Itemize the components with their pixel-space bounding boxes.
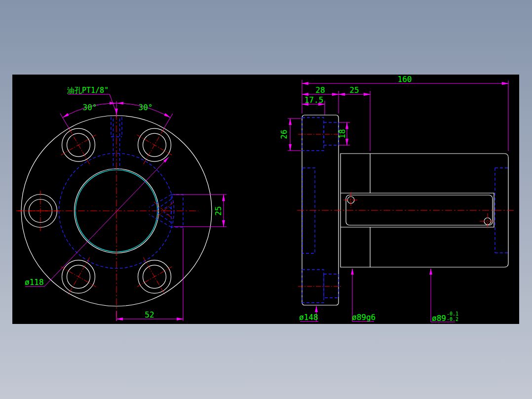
oil-hole-note: 油孔PT1/8" xyxy=(67,86,109,95)
cad-viewport: 30° 30° 油孔PT1/8" ø118 25 52 xyxy=(0,0,532,399)
bolt-circle-label: ø118 xyxy=(25,278,44,287)
bolt-hole-dia-label: 18 xyxy=(338,129,347,138)
body-dia-tol-lower: -0.2 xyxy=(447,317,458,322)
counterbore-depth-label: 17.5 xyxy=(304,95,324,105)
overall-length-label: 160 xyxy=(398,75,412,84)
keyway-offset-label: 52 xyxy=(145,310,154,319)
angle-label-left: 30° xyxy=(83,103,97,112)
counterbore-dia-label: 26 xyxy=(279,129,289,139)
body-dia-tol-upper: -0.1 xyxy=(447,311,458,317)
body-fit-dia-label: ø89g6 xyxy=(352,313,376,322)
body-dia-label: ø89 xyxy=(432,314,446,323)
flange-thickness-label: 28 xyxy=(315,85,325,95)
hub-length-label: 25 xyxy=(349,85,359,95)
desktop-background: 30° 30° 油孔PT1/8" ø118 25 52 xyxy=(0,0,532,399)
keyway-width-label: 25 xyxy=(214,206,223,215)
flange-dia-label: ø148 xyxy=(299,313,318,322)
angle-label-right: 30° xyxy=(139,103,153,112)
